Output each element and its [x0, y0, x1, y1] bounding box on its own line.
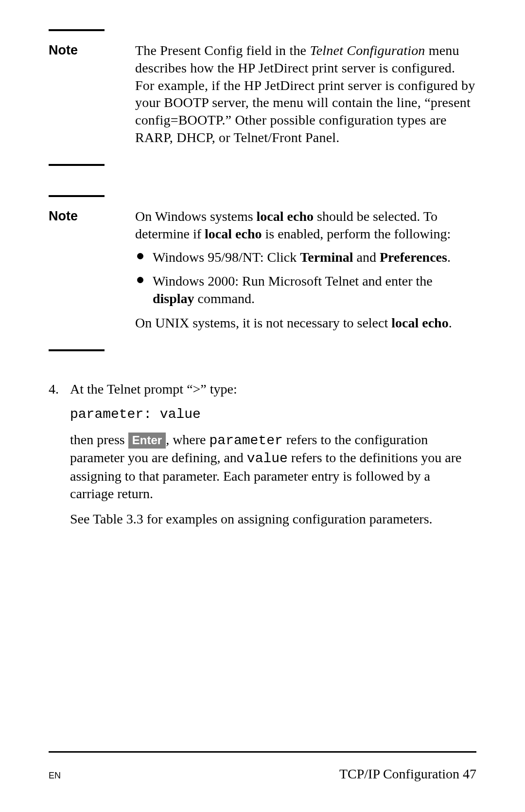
footer-rule [49, 751, 476, 753]
bold-text: local echo [257, 209, 314, 224]
note-rule-bot [49, 164, 105, 166]
step-body: At the Telnet prompt “>” type: parameter… [70, 380, 476, 536]
enter-key-icon: Enter [128, 433, 166, 449]
page-footer: EN TCP/IP Configuration 47 [49, 751, 476, 783]
note-rule-bot [49, 349, 105, 351]
note1-text: The Present Config field in the Telnet C… [135, 42, 476, 146]
note-label: Note [49, 42, 135, 59]
bold-text: display [153, 291, 194, 306]
mono-text: value [247, 451, 288, 466]
note1-italic: Telnet Configuration [310, 43, 425, 58]
footer-section: TCP/IP Configuration [339, 766, 463, 781]
bullet-item: Windows 95/98/NT: Click Terminal and Pre… [135, 249, 476, 266]
note-body: On Windows systems local echo should be … [135, 208, 476, 337]
bold-text: Terminal [300, 250, 353, 265]
note-body: The Present Config field in the Telnet C… [135, 42, 476, 151]
bold-text: Preferences [380, 250, 447, 265]
text: On UNIX systems, it is not necessary to … [135, 315, 391, 330]
step4-line3: then press Enter, where parameter refers… [70, 431, 476, 503]
text: is enabled, perform the following: [262, 226, 451, 241]
step4-code: parameter: value [70, 406, 476, 423]
bold-text: local echo [391, 315, 448, 330]
page-number: 47 [463, 766, 476, 781]
text: then press [70, 432, 128, 447]
step-4: 4. At the Telnet prompt “>” type: parame… [49, 380, 476, 536]
note-block-1: Note The Present Config field in the Tel… [49, 29, 476, 166]
step-number: 4. [49, 380, 70, 536]
bold-text: local echo [205, 226, 262, 241]
note-rule-top [49, 195, 105, 197]
note1-post: menu describes how the HP JetDirect prin… [135, 43, 475, 145]
text: On Windows systems [135, 209, 257, 224]
note2-p1: On Windows systems local echo should be … [135, 208, 476, 243]
text: . [447, 250, 451, 265]
page-content: Note The Present Config field in the Tel… [0, 0, 525, 536]
note-block-2: Note On Windows systems local echo shoul… [49, 195, 476, 351]
mono-text: parameter [210, 433, 283, 448]
step4-line1: At the Telnet prompt “>” type: [70, 380, 476, 398]
text: Windows 95/98/NT: Click [153, 250, 300, 265]
text: . [449, 315, 452, 330]
text: , where [166, 432, 209, 447]
note-row: Note The Present Config field in the Tel… [49, 42, 476, 151]
footer-row: EN TCP/IP Configuration 47 [49, 765, 476, 783]
footer-language: EN [49, 770, 61, 781]
note-rule-top [49, 29, 105, 31]
note-label: Note [49, 208, 135, 225]
step4-line4: See Table 3.3 for examples on assigning … [70, 510, 476, 528]
text: Windows 2000: Run Microsoft Telnet and e… [153, 273, 433, 289]
text: and [353, 250, 380, 265]
note-row: Note On Windows systems local echo shoul… [49, 208, 476, 337]
bullet-item: Windows 2000: Run Microsoft Telnet and e… [135, 272, 476, 307]
note2-p2: On UNIX systems, it is not necessary to … [135, 314, 476, 332]
note1-pre: The Present Config field in the [135, 43, 310, 58]
bullet-list: Windows 95/98/NT: Click Terminal and Pre… [135, 249, 476, 307]
footer-title: TCP/IP Configuration 47 [339, 765, 476, 783]
text: command. [194, 291, 255, 306]
